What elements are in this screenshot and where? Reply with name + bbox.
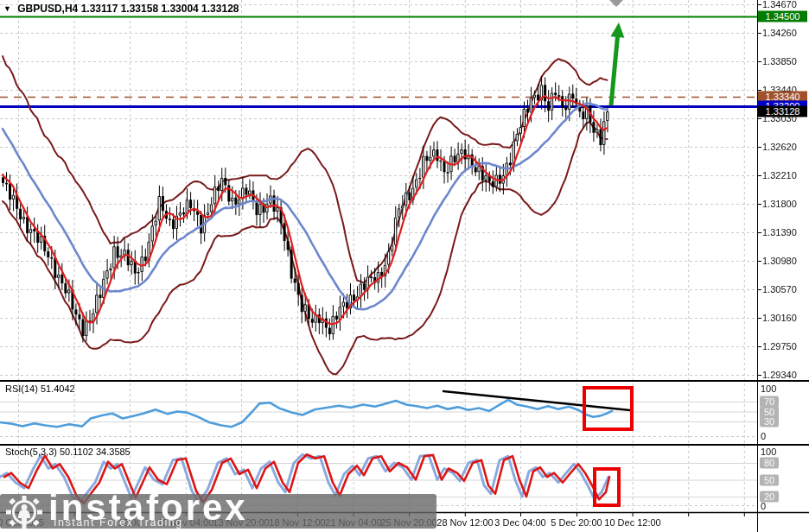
- rsi-scale-chip: 30: [760, 416, 779, 428]
- stoch-scale-chip: 20: [760, 491, 779, 503]
- mt4-chart-window: ▼ GBPUSD,H4 1.33117 1.33158 1.33004 1.33…: [0, 0, 809, 532]
- price-axis-label: 1.32620: [762, 142, 797, 152]
- chevron-down-icon[interactable]: ▼: [3, 4, 11, 13]
- scroll-to-end-icon[interactable]: [609, 0, 623, 7]
- rsi-scale-label: 0: [761, 431, 766, 441]
- chart-title: ▼ GBPUSD,H4 1.33117 1.33158 1.33004 1.33…: [3, 3, 239, 15]
- chart-ohlc-values: 1.33117 1.33158 1.33004 1.33128: [81, 3, 239, 15]
- stoch-scale-label: 0: [761, 501, 766, 511]
- time-axis-label: 28 Nov 12:00: [436, 517, 493, 528]
- rsi-scale-label: 100: [761, 383, 776, 394]
- time-axis-label: 3 Dec 04:00: [494, 517, 545, 528]
- chart-symbol-label: GBPUSD,H4: [17, 3, 78, 15]
- price-axis-label: 1.33850: [762, 56, 797, 66]
- instaforex-logo-icon: [6, 496, 42, 529]
- price-axis-label: 1.30980: [762, 256, 797, 266]
- price-axis-label: 1.32210: [762, 170, 797, 180]
- price-axis-label: 1.31390: [762, 227, 797, 238]
- price-axis-label: 1.34670: [762, 0, 797, 10]
- price-axis-label: 1.31800: [762, 199, 797, 209]
- stoch-scale-label: 100: [761, 446, 776, 457]
- instaforex-tagline: Instant Forex Trading: [54, 516, 183, 529]
- price-axis-label: 1.30160: [762, 313, 797, 323]
- rsi-pane-label: RSI(14) 51.4042: [5, 383, 75, 394]
- price-axis-label: 1.34260: [762, 28, 797, 38]
- stoch-pane-label: Stoch(5,3,3) 50.1102 34.3585: [5, 446, 131, 457]
- time-axis-label: 10 Dec 12:00: [604, 517, 660, 528]
- price-tag: 1.34500: [758, 10, 807, 22]
- price-axis-label: 1.29340: [762, 370, 797, 380]
- instaforex-watermark: instaforex Instant Forex Trading: [0, 494, 436, 529]
- price-axis-label: 1.30570: [762, 284, 797, 294]
- time-axis-label: 5 Dec 20:00: [551, 517, 602, 528]
- stoch-scale-chip: 80: [760, 458, 779, 469]
- price-tag: 1.33128: [758, 106, 807, 117]
- stoch-scale-chip: 50: [760, 474, 779, 485]
- price-axis-label: 1.29750: [762, 341, 797, 352]
